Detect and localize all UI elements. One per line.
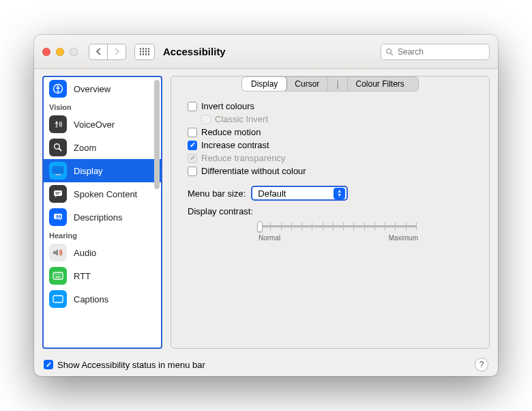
footer: Show Accessibility status in menu bar ? xyxy=(34,353,498,376)
tab-separator: | xyxy=(328,77,347,91)
display-contrast-slider[interactable] xyxy=(260,219,417,233)
sidebar-item-audio[interactable]: Audio xyxy=(44,241,161,264)
display-contrast-label: Display contrast: xyxy=(188,206,253,216)
reduce-transparency-label: Reduce transparency xyxy=(201,153,286,163)
sidebar-item-captions[interactable]: Captions xyxy=(44,287,161,311)
increase-contrast-label: Increase contrast xyxy=(201,140,269,150)
sidebar-item-label: VoiceOver xyxy=(74,119,115,130)
sidebar-item-label: Captions xyxy=(74,294,108,304)
sidebar-item-label: RTT xyxy=(74,271,91,281)
svg-rect-9 xyxy=(55,174,61,175)
sidebar-header-vision: Vision xyxy=(44,100,161,113)
differentiate-colour-row: Differentiate without colour xyxy=(188,166,475,176)
search-field[interactable] xyxy=(381,44,490,60)
tabs: Display Cursor | Colour Filters xyxy=(241,76,419,91)
minimize-button[interactable] xyxy=(56,48,64,56)
tab-cursor[interactable]: Cursor xyxy=(286,77,328,91)
sidebar-item-overview[interactable]: Overview xyxy=(44,77,161,100)
help-icon: ? xyxy=(479,360,484,369)
classic-invert-row: Classic Invert xyxy=(201,114,475,124)
status-menubar-checkbox[interactable] xyxy=(44,360,53,369)
svg-point-0 xyxy=(387,48,391,53)
slider-thumb[interactable] xyxy=(257,221,263,232)
sidebar-item-label: Spoken Content xyxy=(74,189,137,199)
zoom-icon xyxy=(49,139,67,156)
menu-bar-size-label: Menu bar size: xyxy=(188,188,246,199)
menu-bar-size-value: Default xyxy=(258,188,286,199)
svg-line-1 xyxy=(391,53,393,55)
svg-rect-15 xyxy=(53,272,63,279)
svg-text:99: 99 xyxy=(56,214,61,219)
sidebar-item-label: Display xyxy=(74,166,103,176)
reduce-transparency-row: Reduce transparency xyxy=(188,153,475,163)
overview-icon xyxy=(49,80,67,98)
traffic-lights xyxy=(42,48,78,56)
show-all-button[interactable] xyxy=(134,44,155,60)
svg-rect-20 xyxy=(55,277,61,278)
svg-line-6 xyxy=(59,149,62,152)
sidebar-item-rtt[interactable]: RTT xyxy=(44,264,161,287)
voiceover-icon xyxy=(49,115,67,133)
preferences-window: Accessibility Overview Vision xyxy=(34,35,498,376)
descriptions-icon: 99 xyxy=(49,208,67,226)
invert-colours-row: Invert colours xyxy=(188,101,475,111)
reduce-motion-label: Reduce motion xyxy=(201,127,261,137)
back-button[interactable] xyxy=(89,44,108,60)
menu-bar-size-row: Menu bar size: Default ▲▼ xyxy=(188,186,475,201)
display-icon xyxy=(49,162,67,180)
help-button[interactable]: ? xyxy=(475,358,488,371)
sidebar-item-display[interactable]: Display xyxy=(44,159,161,182)
sidebar-item-voiceover[interactable]: VoiceOver xyxy=(44,113,161,136)
grid-icon xyxy=(140,48,150,55)
reduce-motion-checkbox[interactable] xyxy=(188,128,197,137)
tab-display[interactable]: Display xyxy=(241,76,287,91)
zoom-button[interactable] xyxy=(70,48,78,56)
svg-rect-7 xyxy=(53,167,63,173)
invert-colours-checkbox[interactable] xyxy=(188,102,197,111)
menu-bar-size-select[interactable]: Default ▲▼ xyxy=(251,186,348,201)
sidebar-item-spoken-content[interactable]: Spoken Content xyxy=(44,182,161,206)
differentiate-colour-label: Differentiate without colour xyxy=(201,166,306,176)
settings-panel: Display Cursor | Colour Filters Invert c… xyxy=(171,76,490,349)
toolbar: Accessibility xyxy=(34,35,498,69)
invert-colours-label: Invert colours xyxy=(201,101,254,111)
svg-point-16 xyxy=(55,274,56,275)
sidebar-item-descriptions[interactable]: 99 Descriptions xyxy=(44,206,161,229)
svg-point-19 xyxy=(60,274,61,275)
sidebar-item-label: Descriptions xyxy=(74,212,123,223)
display-contrast-row: Display contrast: Normal Maximum xyxy=(185,206,475,242)
sidebar-item-zoom[interactable]: Zoom xyxy=(44,136,161,159)
slider-max-label: Maximum xyxy=(389,234,418,242)
status-menubar-label: Show Accessibility status in menu bar xyxy=(57,360,205,370)
svg-point-17 xyxy=(57,274,58,275)
classic-invert-checkbox xyxy=(201,115,211,124)
audio-icon xyxy=(49,244,67,261)
tab-colour-filters[interactable]: Colour Filters xyxy=(348,77,413,91)
slider-min-label: Normal xyxy=(258,234,280,242)
svg-point-3 xyxy=(57,85,59,87)
search-input[interactable] xyxy=(396,46,485,57)
svg-point-5 xyxy=(55,144,60,150)
forward-button[interactable] xyxy=(107,44,126,60)
classic-invert-label: Classic Invert xyxy=(215,114,268,124)
differentiate-colour-checkbox[interactable] xyxy=(188,167,197,176)
captions-icon xyxy=(49,290,67,308)
chevron-up-down-icon: ▲▼ xyxy=(334,188,345,199)
reduce-motion-row: Reduce motion xyxy=(188,127,475,137)
nav-buttons xyxy=(89,44,126,60)
rtt-icon xyxy=(49,267,67,285)
window-title: Accessibility xyxy=(163,46,226,57)
sidebar-item-label: Audio xyxy=(74,248,96,258)
sidebar-header-hearing: Hearing xyxy=(44,229,161,241)
svg-rect-10 xyxy=(54,190,62,196)
sidebar-scrollbar[interactable] xyxy=(154,80,160,189)
increase-contrast-checkbox[interactable] xyxy=(188,141,197,150)
increase-contrast-row: Increase contrast xyxy=(188,140,475,150)
reduce-transparency-checkbox xyxy=(188,154,197,163)
sidebar: Overview Vision VoiceOver Zoom xyxy=(42,76,162,349)
close-button[interactable] xyxy=(42,48,50,56)
search-icon xyxy=(385,48,394,56)
spoken-content-icon xyxy=(49,185,67,203)
svg-point-18 xyxy=(58,274,59,275)
sidebar-item-label: Zoom xyxy=(74,143,96,153)
